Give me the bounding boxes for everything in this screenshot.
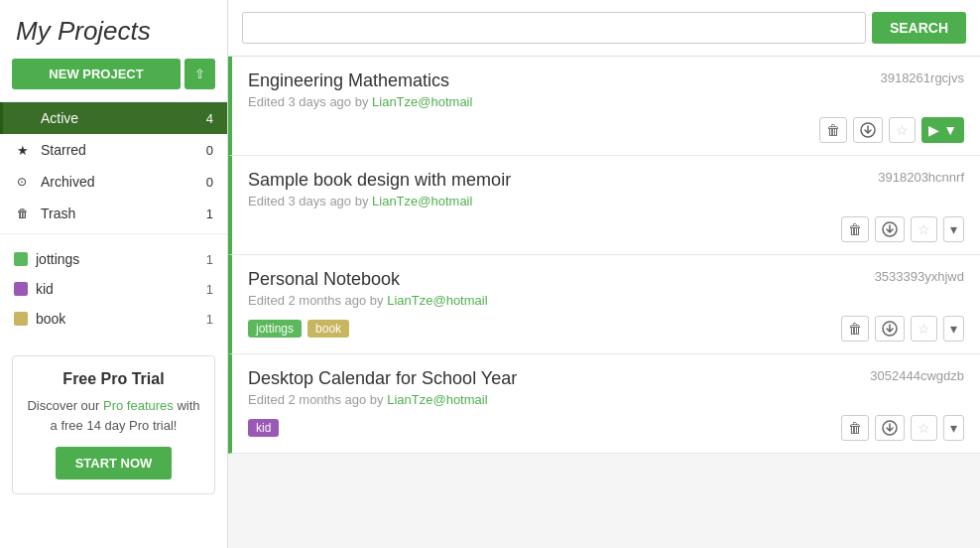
starred-count: 0 [206, 143, 213, 158]
star-button[interactable]: ☆ [911, 316, 937, 342]
label-count: 1 [206, 282, 213, 297]
sidebar-item-starred[interactable]: ★ Starred 0 [0, 134, 227, 166]
download-button[interactable] [875, 316, 905, 342]
download-button[interactable] [853, 117, 883, 143]
tag-jottings[interactable]: jottings [248, 320, 302, 338]
download-button[interactable] [875, 216, 905, 242]
promo-text: Discover our Pro features with a free 14… [25, 396, 202, 435]
meta-user-link[interactable]: LianTze@hotmail [387, 293, 487, 308]
download-icon [882, 321, 898, 337]
trash-count: 1 [206, 206, 213, 221]
project-bottom: 🗑 ☆ ▶ ▼ [248, 109, 964, 143]
label-name: jottings [36, 251, 206, 267]
download-icon [882, 420, 898, 436]
project-name[interactable]: Sample book design with memoir [248, 170, 511, 191]
archived-count: 0 [206, 175, 213, 190]
table-row: Sample book design with memoir 3918203hc… [228, 156, 980, 255]
meta-edited: Edited 2 months ago by [248, 392, 387, 407]
star-icon: ☆ [918, 420, 930, 436]
download-icon [882, 221, 898, 237]
sidebar-item-label: Archived [41, 174, 206, 190]
main-content: SEARCH Engineering Mathematics 3918261rg… [228, 0, 980, 548]
delete-button[interactable]: 🗑 [841, 216, 869, 242]
project-tags: jottings book [248, 320, 349, 338]
label-dot-book [14, 312, 28, 326]
meta-user-link[interactable]: LianTze@hotmail [372, 194, 472, 208]
open-button[interactable]: ▾ [943, 316, 964, 342]
search-button[interactable]: SEARCH [872, 12, 966, 44]
project-id: 3533393yxhjwd [875, 269, 964, 284]
label-item-book[interactable]: book 1 [0, 304, 227, 334]
open-button[interactable]: ▶ ▼ [921, 117, 964, 143]
meta-user-link[interactable]: LianTze@hotmail [372, 94, 472, 109]
table-row: Personal Notebook 3533393yxhjwd Edited 2… [228, 255, 980, 354]
tag-kid[interactable]: kid [248, 419, 279, 437]
sidebar-item-label: Starred [41, 142, 206, 158]
sidebar-nav: Active 4 ★ Starred 0 ⊙ Archived 0 🗑 Tras… [0, 101, 227, 229]
new-project-button[interactable]: NEW PROJECT [12, 59, 181, 89]
sidebar: My Projects NEW PROJECT ⇧ Active 4 ★ Sta… [0, 0, 228, 548]
tag-book[interactable]: book [307, 320, 349, 338]
label-name: book [36, 311, 206, 327]
archive-icon: ⊙ [17, 175, 35, 189]
sidebar-item-label: Active [41, 110, 206, 126]
project-meta: Edited 2 months ago by LianTze@hotmail [248, 293, 964, 308]
promo-text-before: Discover our [27, 398, 103, 413]
delete-button[interactable]: 🗑 [841, 316, 869, 342]
meta-user-link[interactable]: LianTze@hotmail [387, 392, 487, 407]
project-actions: 🗑 ☆ ▾ [841, 216, 964, 242]
project-tags: kid [248, 419, 279, 437]
star-icon: ☆ [918, 321, 930, 337]
download-button[interactable] [875, 415, 905, 441]
project-name[interactable]: Personal Notebook [248, 269, 400, 290]
open-icon: ▶ ▼ [928, 122, 957, 138]
meta-edited: Edited 3 days ago by [248, 194, 372, 208]
star-icon: ☆ [918, 221, 930, 237]
label-item-jottings[interactable]: jottings 1 [0, 244, 227, 274]
open-button[interactable]: ▾ [943, 216, 964, 242]
star-button[interactable]: ☆ [889, 117, 916, 143]
project-meta: Edited 2 months ago by LianTze@hotmail [248, 392, 964, 407]
project-actions: 🗑 ☆ ▾ [841, 316, 964, 342]
search-bar: SEARCH [228, 0, 980, 57]
project-bottom: jottings book 🗑 ☆ ▾ [248, 308, 964, 342]
project-meta: Edited 3 days ago by LianTze@hotmail [248, 194, 964, 208]
project-meta: Edited 3 days ago by LianTze@hotmail [248, 94, 964, 109]
project-actions: 🗑 ☆ ▶ ▼ [819, 117, 964, 143]
project-bottom: kid 🗑 ☆ ▾ [248, 407, 964, 441]
promo-box: Free Pro Trial Discover our Pro features… [12, 355, 215, 494]
star-button[interactable]: ☆ [911, 216, 937, 242]
sidebar-item-archived[interactable]: ⊙ Archived 0 [0, 166, 227, 198]
sidebar-item-active[interactable]: Active 4 [0, 102, 227, 134]
project-header: Personal Notebook 3533393yxhjwd [248, 269, 964, 290]
project-header: Desktop Calendar for School Year 3052444… [248, 368, 964, 389]
star-icon: ☆ [896, 122, 909, 138]
project-header: Engineering Mathematics 3918261rgcjvs [248, 70, 964, 91]
project-name[interactable]: Desktop Calendar for School Year [248, 368, 517, 389]
sidebar-labels: jottings 1 kid 1 book 1 [0, 233, 227, 343]
project-id: 3918261rgcjvs [880, 70, 964, 85]
search-input[interactable] [242, 12, 866, 44]
sidebar-item-trash[interactable]: 🗑 Trash 1 [0, 198, 227, 229]
download-icon [860, 122, 876, 138]
label-dot-jottings [14, 252, 28, 266]
meta-edited: Edited 3 days ago by [248, 94, 372, 109]
project-id: 3918203hcnnrf [878, 170, 964, 185]
project-actions: 🗑 ☆ ▾ [841, 415, 964, 441]
page-title: My Projects [0, 0, 227, 59]
label-name: kid [36, 281, 206, 297]
project-bottom: 🗑 ☆ ▾ [248, 208, 964, 242]
upload-button[interactable]: ⇧ [184, 59, 215, 89]
table-row: Desktop Calendar for School Year 3052444… [228, 354, 980, 454]
project-id: 3052444cwgdzb [870, 368, 964, 383]
label-item-kid[interactable]: kid 1 [0, 274, 227, 304]
star-button[interactable]: ☆ [911, 415, 937, 441]
start-now-button[interactable]: START NOW [56, 447, 173, 480]
promo-link[interactable]: Pro features [103, 398, 174, 413]
label-dot-kid [14, 282, 28, 296]
open-button[interactable]: ▾ [943, 415, 964, 441]
delete-button[interactable]: 🗑 [819, 117, 847, 143]
meta-edited: Edited 2 months ago by [248, 293, 387, 308]
delete-button[interactable]: 🗑 [841, 415, 869, 441]
project-name[interactable]: Engineering Mathematics [248, 70, 449, 91]
